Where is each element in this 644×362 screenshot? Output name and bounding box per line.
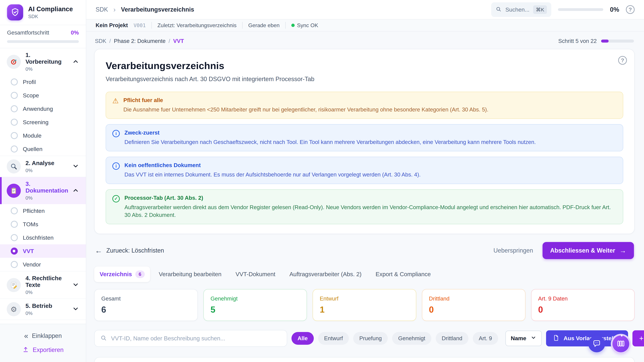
content-scroll-area[interactable]: SDK / Phase 2: Dokumente / VVT Schritt 5…: [86, 31, 644, 362]
section-percent: 0%: [26, 66, 68, 72]
tab-verzeichnis[interactable]: Verzeichnis 6: [94, 267, 150, 282]
card-help-icon[interactable]: ?: [618, 56, 627, 65]
page-title: Verarbeitungsverzeichnis: [106, 60, 623, 71]
breadcrumb-current: Verarbeitungsverzeichnis: [121, 6, 194, 13]
sidebar-item-pflichten[interactable]: Pflichten: [0, 204, 86, 218]
sidebar-section-dokumentation[interactable]: 3. Dokumentation 0%: [0, 177, 86, 204]
back-button[interactable]: ← Zurueck: Löschfristen: [95, 247, 164, 254]
page-subtitle: Verarbeitungsverzeichnis nach Art. 30 DS…: [106, 76, 623, 83]
sidebar-item-scope[interactable]: Scope: [0, 89, 86, 102]
filter-toolbar: Alle Entwurf Pruefung Genehmigt Drittlan…: [94, 330, 634, 347]
divider: [152, 22, 152, 29]
brand-logo: [7, 4, 23, 20]
page-crumb-current: VVT: [173, 38, 184, 44]
tab-label: Export & Compliance: [376, 271, 431, 278]
sidebar-section-betrieb[interactable]: ⚙ 5. Betrieb 0%: [0, 299, 86, 320]
sort-select[interactable]: Name: [506, 331, 542, 346]
floating-buttons: [588, 336, 629, 352]
tab-export-compliance[interactable]: Export & Compliance: [370, 267, 436, 282]
section-percent: 0%: [26, 311, 68, 316]
filter-pill-alle[interactable]: Alle: [292, 332, 314, 345]
sidebar-section-vorbereitung[interactable]: 1. Vorbereitung 0%: [0, 48, 86, 75]
fab-notification-dot: [621, 335, 622, 337]
page-crumb-root[interactable]: SDK: [95, 38, 106, 44]
filter-pill-drittland[interactable]: Drittland: [436, 332, 468, 345]
alert-body: Das VVT ist ein internes Dokument. Es mu…: [124, 171, 420, 178]
sidebar-item-module[interactable]: Module: [0, 129, 86, 142]
filter-pill-genehmigt[interactable]: Genehmigt: [392, 332, 431, 345]
sidebar-item-vvt[interactable]: VVT: [0, 244, 86, 258]
section-percent: 0%: [26, 290, 68, 295]
divider: [242, 22, 242, 29]
radio-icon: [11, 234, 18, 241]
sidebar-item-anwendung[interactable]: Anwendung: [0, 102, 86, 115]
stat-value: 0: [538, 305, 628, 315]
search-icon: [100, 335, 107, 342]
target-icon: [7, 55, 21, 69]
sidebar-item-loeschfristen[interactable]: Löschfristen: [0, 231, 86, 244]
page-crumb-phase[interactable]: Phase 2: Dokumente: [114, 38, 166, 44]
tabs-bar: Verzeichnis 6 Verarbeitung bearbeiten VV…: [94, 267, 634, 282]
chevron-down-icon: [72, 163, 79, 170]
sidebar-item-toms[interactable]: TOMs: [0, 218, 86, 231]
vvt-list-item: VVT-ROBOT-001 Entwurf DSFA Autonome Robo…: [94, 357, 634, 362]
divider: [285, 22, 286, 29]
step-indicator-label: Schritt 5 von 22: [558, 38, 597, 44]
sidebar-item-screening[interactable]: Screening: [0, 115, 86, 129]
stats-row: Gesamt 6 Genehmigt 5 Entwurf 1 Drittland…: [94, 289, 634, 321]
breadcrumb-root[interactable]: SDK: [96, 6, 108, 13]
sidebar-item-label: Screening: [23, 119, 48, 125]
page-breadcrumb-row: SDK / Phase 2: Dokumente / VVT Schritt 5…: [95, 38, 634, 44]
help-icon[interactable]: ?: [626, 5, 634, 14]
sidebar-item-quellen[interactable]: Quellen: [0, 142, 86, 156]
memo-pencil-icon: [7, 278, 21, 292]
app-subtitle: SDK: [28, 14, 73, 19]
radio-icon: [11, 132, 18, 139]
upload-icon: [22, 346, 29, 354]
topbar: SDK › Verarbeitungsverzeichnis Suchen...…: [86, 0, 644, 19]
header-progress-value: 0%: [610, 6, 619, 13]
sidebar-item-label: Pflichten: [23, 208, 44, 214]
tab-verarbeitung-bearbeiten[interactable]: Verarbeitung bearbeiten: [154, 267, 227, 282]
tab-auftragsverarbeiter[interactable]: Auftragsverarbeiter (Abs. 2): [284, 267, 367, 282]
stat-label: Art. 9 Daten: [538, 296, 628, 302]
filter-pill-art9[interactable]: Art. 9: [473, 332, 498, 345]
global-search-button[interactable]: Suchen... ⌘K: [491, 2, 551, 17]
collapse-sidebar-button[interactable]: « Einklappen: [0, 329, 86, 343]
tab-vvt-dokument[interactable]: VVT-Dokument: [230, 267, 280, 282]
new-processing-button[interactable]: + Neue Verarbeitung: [632, 330, 644, 347]
stat-card-drittland: Drittland 0: [422, 289, 526, 321]
chevron-down-icon: [72, 281, 79, 289]
alert-title: Zweck-zuerst: [124, 130, 536, 136]
stat-value: 1: [320, 305, 409, 315]
export-button[interactable]: Exportieren: [0, 343, 86, 357]
sidebar-item-vendor[interactable]: Vendor: [0, 258, 86, 271]
chat-fab-button[interactable]: [588, 336, 605, 352]
filter-pill-pruefung[interactable]: Pruefung: [353, 332, 388, 345]
filter-pill-entwurf[interactable]: Entwurf: [318, 332, 349, 345]
back-label: Zurueck: Löschfristen: [106, 247, 164, 254]
columns-fab-button[interactable]: [612, 336, 629, 352]
sidebar-section-rechtliche-texte[interactable]: 4. Rechtliche Texte 0%: [0, 272, 86, 299]
skip-button[interactable]: Ueberspringen: [494, 247, 533, 254]
alert-title: Pflicht fuer alle: [124, 97, 488, 103]
document-icon: [553, 334, 560, 343]
chat-bubble-icon: [592, 339, 601, 349]
stat-value: 6: [101, 305, 191, 315]
sidebar-section-analyse[interactable]: 2. Analyse 0%: [0, 156, 86, 177]
columns-icon: [616, 339, 625, 349]
breadcrumb-separator: /: [109, 38, 111, 44]
alert-zweck-zuerst: i Zweck-zuerst Definieren Sie Verarbeitu…: [106, 124, 623, 151]
tab-label: Auftragsverarbeiter (Abs. 2): [290, 271, 362, 278]
collapse-icon: «: [24, 332, 28, 340]
stat-card-entwurf: Entwurf 1: [312, 289, 416, 321]
arrow-left-icon: ←: [95, 247, 102, 254]
sidebar-item-label: Quellen: [23, 146, 42, 152]
sidebar-item-profil[interactable]: Profil: [0, 75, 86, 89]
stat-card-art9: Art. 9 Daten 0: [531, 289, 634, 321]
tab-label: Verarbeitung bearbeiten: [159, 271, 222, 278]
vvt-search-input[interactable]: [111, 335, 281, 342]
search-icon: [496, 6, 502, 13]
section-label: 4. Rechtliche Texte: [26, 275, 62, 288]
complete-next-button[interactable]: Abschliessen & Weiter →: [542, 242, 634, 259]
